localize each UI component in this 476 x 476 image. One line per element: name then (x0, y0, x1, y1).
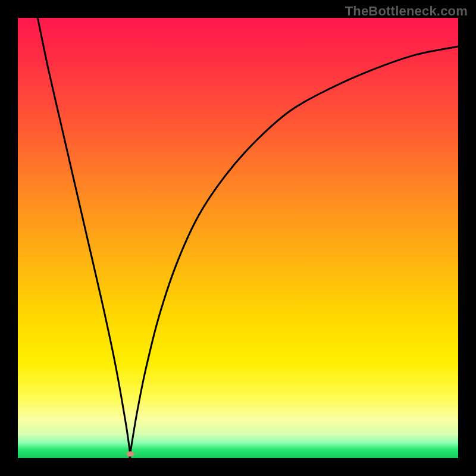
curve-svg (18, 18, 458, 458)
plot-area (18, 18, 458, 458)
curve-path (37, 18, 458, 458)
watermark-text: TheBottleneck.com (345, 4, 468, 19)
min-point-marker (126, 451, 134, 456)
chart-frame: TheBottleneck.com (0, 0, 476, 476)
